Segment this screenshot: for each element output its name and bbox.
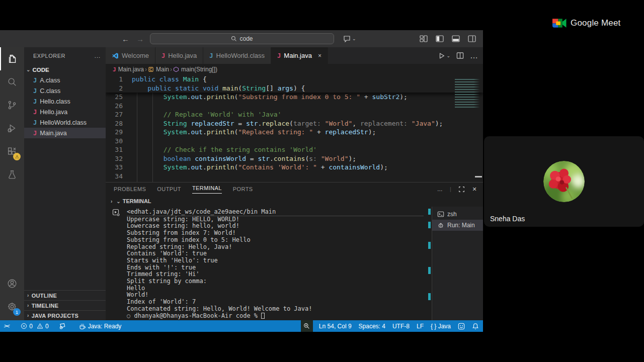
code-editor[interactable]: 1public class Main {2 public static void… (106, 75, 483, 182)
close-icon[interactable]: × (318, 52, 321, 59)
editor-tab[interactable]: Welcome (106, 47, 155, 64)
back-icon[interactable]: ← (122, 35, 129, 43)
notifications-bell-icon[interactable] (472, 323, 479, 330)
breadcrumb-separator: › (145, 66, 147, 73)
toggle-panel-icon[interactable] (452, 35, 460, 43)
terminal-line: World! (127, 292, 428, 299)
activity-files-icon[interactable] (0, 47, 24, 70)
zoom-overlay-button[interactable] (301, 320, 313, 332)
remote-indicator[interactable]: >< (4, 323, 10, 329)
toggle-sidebar-right-icon[interactable] (468, 35, 476, 43)
file-item[interactable]: JC.class (24, 85, 106, 96)
run-java-button[interactable]: ⌄ (438, 52, 450, 59)
breadcrumb-item[interactable]: JMain.java (113, 66, 144, 73)
chevron-right-icon: › (27, 293, 29, 298)
editor-tab[interactable]: JHello.java (155, 47, 203, 64)
warning-icon (37, 323, 43, 329)
editor-tab[interactable]: JMain.java× (271, 47, 328, 64)
activity-settings-icon[interactable]: 1 (0, 295, 24, 318)
error-icon (21, 323, 27, 329)
file-item[interactable]: JMain.java (24, 128, 106, 138)
terminal-scrollbar[interactable] (428, 207, 432, 320)
forward-icon[interactable]: → (136, 35, 144, 43)
activity-search-icon[interactable] (0, 70, 24, 94)
status-bar: >< 0 0 (0, 320, 483, 332)
command-center-search[interactable]: code (150, 33, 334, 44)
chevron-right-icon[interactable]: › (111, 199, 112, 204)
sidebar-section-timeline[interactable]: ›TIMELINE (24, 300, 106, 310)
chevron-down-icon: ⌄ (446, 53, 450, 58)
java-status[interactable]: Java: Ready (78, 323, 122, 330)
panel-tab-ports[interactable]: PORTS (233, 186, 253, 192)
terminal-output[interactable]: <edhat.java/jdt_ws/code_a2e9aeec/bin Mai… (127, 207, 428, 320)
activity-account-icon[interactable] (0, 272, 24, 295)
feedback-smiley-icon[interactable] (458, 323, 465, 330)
status-item[interactable]: Spaces: 4 (359, 323, 385, 330)
file-item[interactable]: JA.class (24, 75, 106, 85)
terminal-line: Contains 'World': true (127, 250, 428, 257)
panel-tab-terminal[interactable]: TERMINAL (192, 185, 222, 194)
minimap[interactable] (455, 79, 480, 109)
activity-extensions-icon[interactable]: ⚠ (0, 140, 24, 163)
maximize-panel-icon[interactable] (458, 186, 465, 193)
split-editor-icon[interactable] (456, 52, 464, 59)
problems-indicator[interactable]: 0 0 (21, 323, 48, 330)
chat-toggle-button[interactable]: ⌄ (343, 35, 356, 43)
breadcrumb[interactable]: JMain.java›Main›main(String[]) (106, 64, 483, 75)
activity-run-debug-icon[interactable] (0, 117, 24, 140)
meet-camera-icon (552, 17, 567, 29)
explorer-title: EXPLORER (33, 53, 65, 59)
close-panel-icon[interactable]: ✕ (472, 186, 477, 193)
language-mode[interactable]: { } Java (431, 323, 451, 330)
panel-tab-output[interactable]: OUTPUT (157, 186, 181, 192)
status-item[interactable]: Ln 54, Col 9 (319, 323, 352, 330)
title-bar: ← → code ⌄ (0, 30, 483, 47)
participant-avatar (543, 161, 585, 202)
terminal-section-label[interactable]: TERMINAL (123, 198, 151, 204)
code-line: 30 (106, 137, 483, 146)
sidebar-section-outline[interactable]: ›OUTLINE (24, 290, 106, 300)
terminal-instance[interactable]: zsh (432, 209, 483, 220)
debug-status-icon[interactable] (59, 322, 66, 330)
file-item[interactable]: JHello.class (24, 96, 106, 107)
search-icon (231, 36, 237, 42)
sticky-code-line: 2 public static void main(String[] args)… (106, 84, 483, 93)
terminal-line: Uppercase string: HELLO, WORLD! (127, 216, 428, 223)
chevron-down-icon[interactable]: ⌄ (116, 199, 120, 204)
editor-tab[interactable]: JHelloWorld.class (203, 47, 271, 64)
run-task-icon[interactable] (112, 209, 120, 217)
terminal-line: Trimmed string: 'Hi' (127, 271, 428, 278)
terminal-instance[interactable]: Run: Main (432, 220, 483, 231)
panel-tab-problems[interactable]: PROBLEMS (114, 186, 146, 192)
status-item[interactable]: UTF-8 (392, 323, 410, 330)
sticky-code-line: 1public class Main { (106, 75, 483, 84)
run-icon (438, 52, 445, 59)
terminal-line: Substring from index 7: World! (127, 230, 428, 237)
chat-icon (343, 35, 351, 43)
participant-tile[interactable]: Sneha Das (484, 136, 644, 227)
sidebar-section-java-projects[interactable]: ›JAVA PROJECTS (24, 310, 106, 320)
google-meet-logo: Google Meet (552, 17, 621, 29)
meet-brand-text: Google Meet (571, 18, 621, 28)
code-line: 27 // Replace 'World' with 'Java' (106, 110, 483, 119)
terminal-line: <edhat.java/jdt_ws/code_a2e9aeec/bin Mai… (127, 209, 424, 216)
explorer-more-icon[interactable]: ... (95, 53, 101, 59)
customize-layout-icon[interactable] (420, 35, 428, 43)
chevron-down-icon: ⌄ (26, 67, 30, 72)
editor-more-actions-icon[interactable]: … (470, 51, 478, 60)
file-item[interactable]: JHelloWorld.class (24, 117, 106, 128)
panel-more-actions-icon[interactable]: … (437, 186, 443, 192)
folder-code[interactable]: ⌄ CODE (24, 64, 106, 75)
breadcrumb-item[interactable]: Main (148, 66, 169, 73)
code-line: 28 String replacedStr = str.replace(targ… (106, 119, 483, 128)
activity-source-control-icon[interactable] (0, 94, 24, 117)
toggle-sidebar-left-icon[interactable] (436, 35, 444, 43)
file-item[interactable]: JHello.java (24, 107, 106, 117)
activity-bar: ⚠ 1 (0, 47, 24, 320)
terminal-line: Ends with '!': true (127, 264, 428, 272)
terminal-cursor (261, 313, 265, 319)
breadcrumb-item[interactable]: main(String[]) (173, 66, 217, 73)
terminal-line: Starts with 'Hello': true (127, 257, 428, 264)
activity-testing-icon[interactable] (0, 163, 24, 186)
status-item[interactable]: LF (417, 323, 424, 330)
